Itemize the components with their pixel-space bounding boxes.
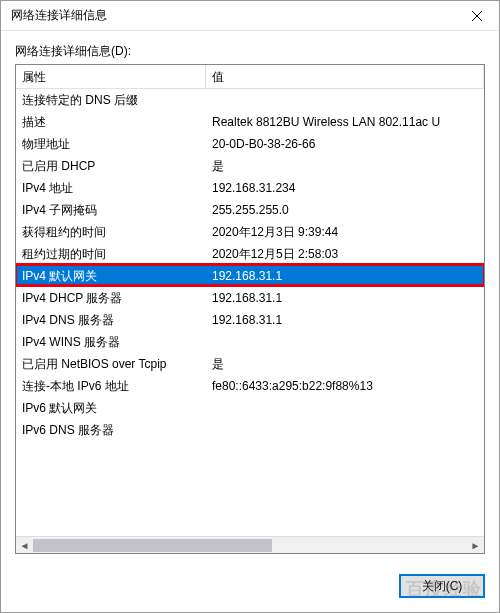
property-cell: IPv6 DNS 服务器 (16, 422, 206, 439)
table-row[interactable]: 已启用 DHCP是 (16, 155, 484, 177)
property-cell: 描述 (16, 114, 206, 131)
details-listbox[interactable]: 属性 值 连接特定的 DNS 后缀描述Realtek 8812BU Wirele… (15, 64, 485, 554)
property-cell: IPv4 地址 (16, 180, 206, 197)
titlebar: 网络连接详细信息 (1, 1, 499, 31)
dialog-window: 网络连接详细信息 网络连接详细信息(D): 属性 值 连接特定的 DNS 后缀描… (0, 0, 500, 613)
table-row[interactable]: IPv6 默认网关 (16, 397, 484, 419)
value-cell: 20-0D-B0-38-26-66 (206, 137, 484, 151)
rows-viewport: 连接特定的 DNS 后缀描述Realtek 8812BU Wireless LA… (16, 89, 484, 536)
table-row[interactable]: 连接特定的 DNS 后缀 (16, 89, 484, 111)
table-row[interactable]: IPv4 地址192.168.31.234 (16, 177, 484, 199)
table-row[interactable]: 描述Realtek 8812BU Wireless LAN 802.11ac U (16, 111, 484, 133)
column-header-value[interactable]: 值 (206, 65, 484, 88)
column-header-property[interactable]: 属性 (16, 65, 206, 88)
property-cell: 已启用 NetBIOS over Tcpip (16, 356, 206, 373)
scroll-thumb[interactable] (33, 539, 272, 552)
property-cell: 连接-本地 IPv6 地址 (16, 378, 206, 395)
property-cell: 物理地址 (16, 136, 206, 153)
value-cell: 192.168.31.1 (206, 291, 484, 305)
table-row[interactable]: 连接-本地 IPv6 地址fe80::6433:a295:b22:9f88%13 (16, 375, 484, 397)
window-close-button[interactable] (454, 1, 499, 31)
value-cell: 192.168.31.1 (206, 313, 484, 327)
property-cell: 已启用 DHCP (16, 158, 206, 175)
property-cell: 租约过期的时间 (16, 246, 206, 263)
close-button[interactable]: 关闭(C) (399, 574, 485, 598)
property-cell: IPv4 DNS 服务器 (16, 312, 206, 329)
close-icon (472, 11, 482, 21)
value-cell: 192.168.31.1 (206, 269, 484, 283)
value-cell: 255.255.255.0 (206, 203, 484, 217)
value-cell: 2020年12月3日 9:39:44 (206, 224, 484, 241)
table-row[interactable]: 已启用 NetBIOS over Tcpip是 (16, 353, 484, 375)
property-cell: 连接特定的 DNS 后缀 (16, 92, 206, 109)
table-row[interactable]: IPv4 DNS 服务器192.168.31.1 (16, 309, 484, 331)
table-row[interactable]: IPv4 默认网关192.168.31.1 (16, 265, 484, 287)
property-cell: IPv6 默认网关 (16, 400, 206, 417)
window-title: 网络连接详细信息 (11, 7, 454, 24)
value-cell: Realtek 8812BU Wireless LAN 802.11ac U (206, 115, 484, 129)
rows-container: 连接特定的 DNS 后缀描述Realtek 8812BU Wireless LA… (16, 89, 484, 536)
value-cell: 是 (206, 356, 484, 373)
property-cell: IPv4 子网掩码 (16, 202, 206, 219)
table-row[interactable]: IPv4 DHCP 服务器192.168.31.1 (16, 287, 484, 309)
property-cell: IPv4 DHCP 服务器 (16, 290, 206, 307)
table-row[interactable]: IPv6 DNS 服务器 (16, 419, 484, 441)
value-cell: fe80::6433:a295:b22:9f88%13 (206, 379, 484, 393)
scroll-left-arrow-icon[interactable]: ◄ (16, 537, 33, 554)
value-cell: 是 (206, 158, 484, 175)
scroll-right-arrow-icon[interactable]: ► (467, 537, 484, 554)
table-row[interactable]: 租约过期的时间2020年12月5日 2:58:03 (16, 243, 484, 265)
table-row[interactable]: 物理地址20-0D-B0-38-26-66 (16, 133, 484, 155)
table-row[interactable]: IPv4 WINS 服务器 (16, 331, 484, 353)
table-row[interactable]: IPv4 子网掩码255.255.255.0 (16, 199, 484, 221)
property-cell: IPv4 默认网关 (16, 268, 206, 285)
value-cell: 2020年12月5日 2:58:03 (206, 246, 484, 263)
content-area: 网络连接详细信息(D): 属性 值 连接特定的 DNS 后缀描述Realtek … (1, 31, 499, 564)
value-cell: 192.168.31.234 (206, 181, 484, 195)
property-cell: IPv4 WINS 服务器 (16, 334, 206, 351)
button-bar: 关闭(C) (1, 564, 499, 612)
table-row[interactable]: 获得租约的时间2020年12月3日 9:39:44 (16, 221, 484, 243)
property-cell: 获得租约的时间 (16, 224, 206, 241)
scroll-track[interactable] (33, 537, 467, 554)
column-headers: 属性 值 (16, 65, 484, 89)
list-label: 网络连接详细信息(D): (15, 43, 485, 60)
horizontal-scrollbar[interactable]: ◄ ► (16, 536, 484, 553)
